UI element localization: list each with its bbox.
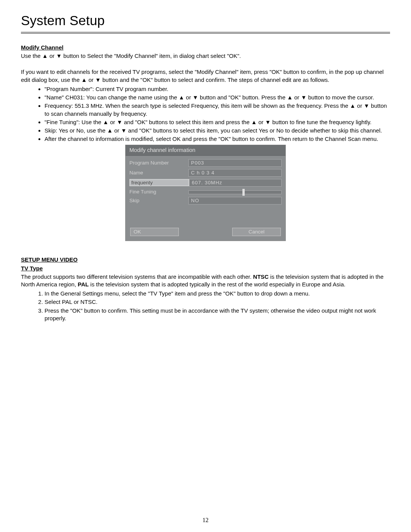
pal-label: PAL [78, 281, 89, 288]
osd-row-frequency: frequenty 607. 30MHz [129, 178, 282, 188]
osd-body: Program Number P003 Name C h 0 3 4 frequ… [126, 156, 285, 241]
osd-fine-tuning-slider[interactable] [188, 190, 282, 194]
osd-label: Skip [129, 198, 188, 203]
modify-channel-heading: Modify Channel [21, 44, 390, 51]
text-fragment: The product supports two different telev… [21, 273, 253, 280]
slider-thumb-icon[interactable] [242, 189, 245, 196]
modify-channel-intro: Use the ▲ or ▼ button to Select the "Mod… [21, 52, 390, 60]
osd-label-selected[interactable]: frequenty [129, 179, 189, 186]
bullet-item: After the channel to information is modi… [45, 135, 390, 143]
osd-value-program-number[interactable]: P003 [188, 159, 282, 167]
osd-value-name[interactable]: C h 0 3 4 [188, 169, 282, 177]
step-item: In the General Settings menu, select the… [45, 290, 390, 297]
osd-label: Fine Tuning [129, 189, 188, 195]
osd-value-skip[interactable]: NO [188, 197, 282, 204]
osd-ok-button[interactable]: OK [130, 228, 179, 236]
osd-title: Modify channel information [126, 145, 285, 156]
osd-row-name: Name C h 0 3 4 [129, 168, 282, 178]
text-fragment: is the television system that is adopted… [89, 281, 346, 288]
modify-channel-bullets: "Program Number": Current TV program num… [21, 85, 390, 143]
bullet-item: Skip: Yes or No, use the ▲ or ▼ and "OK"… [45, 127, 390, 134]
bullet-item: "Fine Tuning": Use the ▲ or ▼ and "OK" b… [45, 118, 390, 126]
osd-row-program-number: Program Number P003 [129, 158, 282, 168]
osd-button-row: OK Cancel [129, 225, 282, 238]
tv-type-steps: In the General Settings menu, select the… [21, 290, 390, 322]
tv-type-paragraph: The product supports two different telev… [21, 273, 390, 289]
title-rule [21, 32, 390, 34]
bullet-item: "Program Number": Current TV program num… [45, 85, 390, 93]
osd-label: Name [129, 170, 188, 176]
modify-channel-para2: If you want to edit channels for the rec… [21, 68, 390, 84]
bullet-item: Frequency: 551.3 MHz. When the search ty… [45, 102, 390, 118]
step-item: Select PAL or NTSC. [45, 298, 390, 306]
osd-label: Program Number [129, 160, 188, 166]
osd-row-fine-tuning: Fine Tuning [129, 188, 282, 196]
osd-cancel-button[interactable]: Cancel [232, 228, 281, 236]
setup-menu-video-heading: SETUP MENU VIDEO [21, 256, 390, 263]
osd-value-frequency[interactable]: 607. 30MHz [189, 179, 282, 187]
ntsc-label: NTSC [253, 273, 269, 280]
tv-type-heading: TV Type [21, 265, 390, 272]
osd-dialog: Modify channel information Program Numbe… [125, 145, 286, 241]
step-item: Press the "OK" button to confirm. This s… [45, 307, 390, 323]
page-number: 12 [0, 517, 411, 524]
page-title: System Setup [21, 13, 390, 28]
bullet-item: "Name" CH031: You can change the name us… [45, 94, 390, 101]
osd-row-skip: Skip NO [129, 196, 282, 206]
document-page: System Setup Modify Channel Use the ▲ or… [0, 0, 411, 532]
